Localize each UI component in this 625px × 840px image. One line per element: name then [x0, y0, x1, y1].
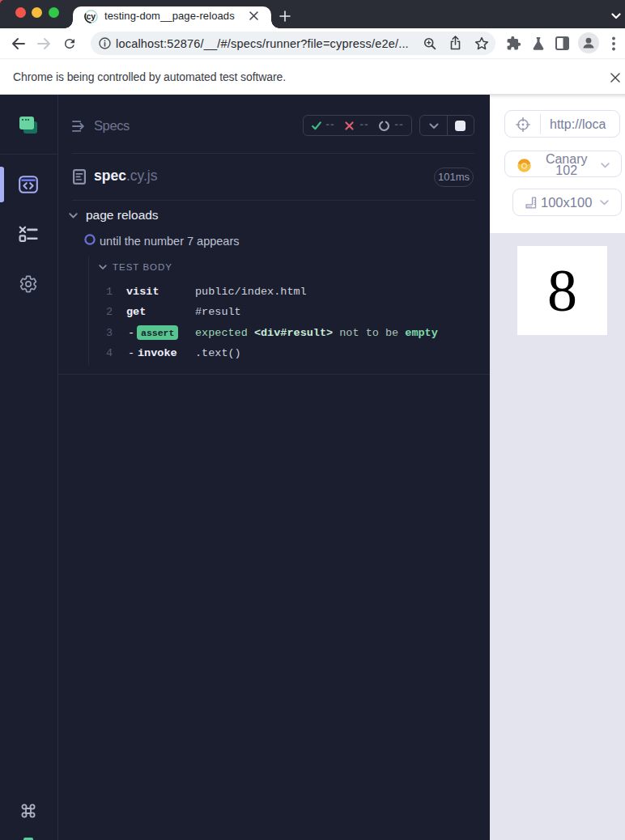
- svg-text:cy: cy: [86, 11, 96, 21]
